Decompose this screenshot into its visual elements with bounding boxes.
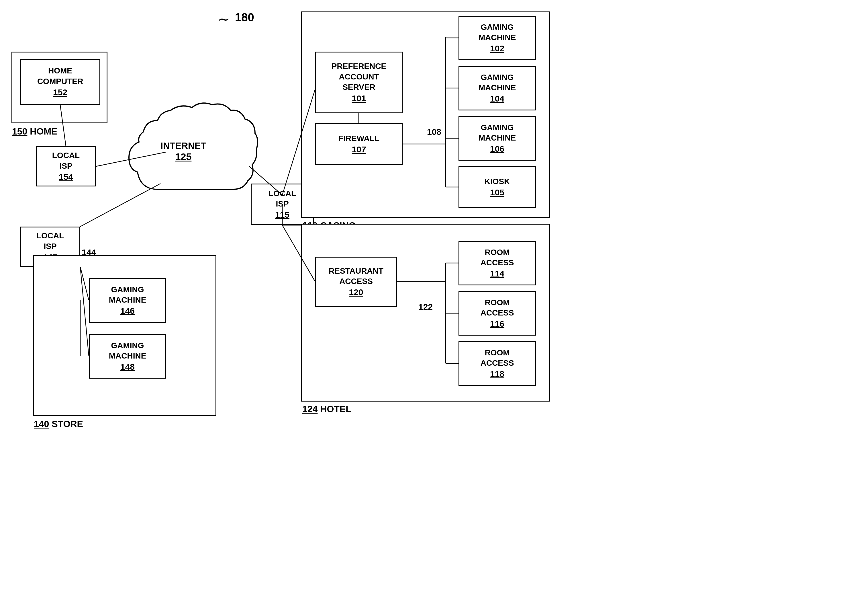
gaming-machine-106-label: GAMINGMACHINE xyxy=(478,123,516,144)
local-isp-154-label: LOCALISP xyxy=(52,150,80,171)
room-access-116-box: ROOMACCESS 116 xyxy=(459,291,536,336)
home-computer-box: HOMECOMPUTER 152 xyxy=(20,59,100,105)
room-access-118-box: ROOMACCESS 118 xyxy=(459,341,536,386)
gaming-machine-104-box: GAMINGMACHINE 104 xyxy=(459,66,536,110)
room-access-118-label: ROOMACCESS xyxy=(481,348,514,369)
gaming-machine-104-label: GAMINGMACHINE xyxy=(478,72,516,93)
gaming-machine-102-label: GAMINGMACHINE xyxy=(478,22,516,43)
preference-server-box: PREFERENCEACCOUNTSERVER 101 xyxy=(315,52,403,113)
home-computer-label: HOMECOMPUTER xyxy=(37,66,83,87)
ref-180: 180 xyxy=(235,11,254,24)
room-access-114-id: 114 xyxy=(490,268,504,279)
kiosk-box: KIOSK 105 xyxy=(459,166,536,208)
gaming-machine-148-id: 148 xyxy=(120,361,135,372)
gaming-machine-146-box: GAMINGMACHINE 146 xyxy=(89,278,166,323)
internet-label: INTERNET xyxy=(161,141,206,151)
diagram: ∼ 180 150 HOME HOMECOMPUTER 152 LOCALISP… xyxy=(0,0,868,592)
local-isp-154-box: LOCALISP 154 xyxy=(36,146,96,186)
home-region-id: 150 xyxy=(12,126,27,136)
preference-server-id: 101 xyxy=(351,93,366,104)
kiosk-label: KIOSK xyxy=(484,176,510,187)
preference-server-label: PREFERENCEACCOUNTSERVER xyxy=(332,61,386,92)
local-isp-115-label: LOCALISP xyxy=(269,188,296,209)
kiosk-id: 105 xyxy=(490,187,504,198)
gaming-machine-102-id: 102 xyxy=(490,43,504,54)
internet-cloud: INTERNET 125 xyxy=(123,92,261,208)
firewall-box: FIREWALL 107 xyxy=(315,123,403,165)
room-access-116-id: 116 xyxy=(490,318,504,329)
room-access-118-id: 118 xyxy=(490,368,504,379)
local-isp-154-id: 154 xyxy=(59,171,73,182)
room-access-114-label: ROOMACCESS xyxy=(481,247,514,268)
local-isp-145-label: LOCALISP xyxy=(36,231,64,252)
gaming-machine-102-box: GAMINGMACHINE 102 xyxy=(459,16,536,60)
restaurant-access-id: 120 xyxy=(349,287,363,298)
gaming-machine-148-box: GAMINGMACHINE 148 xyxy=(89,334,166,379)
hotel-region-label: 124 HOTEL xyxy=(302,404,351,414)
home-region-label: 150 HOME xyxy=(12,126,57,137)
gaming-machine-148-label: GAMINGMACHINE xyxy=(109,340,146,361)
restaurant-access-box: RESTAURANTACCESS 120 xyxy=(315,257,397,307)
restaurant-access-label: RESTAURANTACCESS xyxy=(329,266,384,287)
room-access-114-box: ROOMACCESS 114 xyxy=(459,241,536,286)
gaming-machine-104-id: 104 xyxy=(490,93,504,104)
internet-id: 125 xyxy=(176,151,192,162)
firewall-label: FIREWALL xyxy=(338,133,379,144)
gaming-machine-106-id: 106 xyxy=(490,143,504,154)
home-computer-id: 152 xyxy=(53,87,67,98)
gaming-machine-106-box: GAMINGMACHINE 106 xyxy=(459,116,536,161)
gaming-machine-146-id: 146 xyxy=(120,305,135,316)
firewall-id: 107 xyxy=(351,144,366,155)
gaming-machine-146-label: GAMINGMACHINE xyxy=(109,284,146,305)
store-region-id: 140 xyxy=(34,419,49,429)
store-region-label: 140 STORE xyxy=(34,419,83,429)
local-isp-115-id: 115 xyxy=(275,209,289,220)
tilde-symbol: ∼ xyxy=(218,11,230,28)
hotel-region-id: 124 xyxy=(302,404,317,414)
room-access-116-label: ROOMACCESS xyxy=(481,297,514,318)
